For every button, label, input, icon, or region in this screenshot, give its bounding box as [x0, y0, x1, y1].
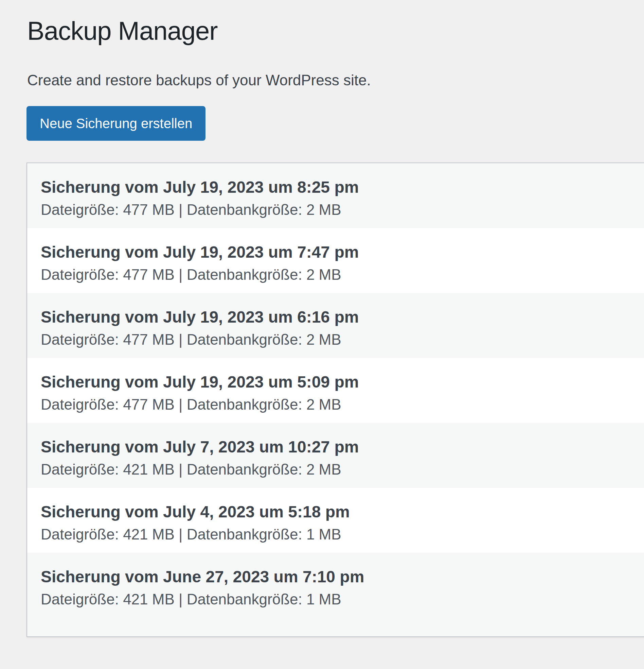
backup-title: Sicherung vom July 19, 2023 um 8:25 pm	[41, 177, 633, 198]
backup-meta: Dateigröße: 477 MB | Datenbankgröße: 2 M…	[41, 395, 633, 414]
file-size-label: Dateigröße:	[41, 526, 119, 543]
backup-list-item[interactable]: Sicherung vom July 19, 2023 um 8:25 pm D…	[27, 163, 644, 228]
backup-list-item[interactable]: Sicherung vom July 4, 2023 um 5:18 pm Da…	[27, 488, 644, 553]
backup-list-panel: Sicherung vom July 19, 2023 um 8:25 pm D…	[27, 162, 644, 637]
meta-separator: |	[179, 201, 182, 218]
backup-meta: Dateigröße: 477 MB | Datenbankgröße: 2 M…	[41, 200, 633, 219]
backup-list: Sicherung vom July 19, 2023 um 8:25 pm D…	[27, 163, 644, 636]
page-subtitle: Create and restore backups of your WordP…	[27, 70, 644, 91]
file-size-label: Dateigröße:	[41, 266, 119, 283]
database-size-label: Datenbankgröße:	[187, 266, 302, 283]
meta-separator: |	[179, 396, 182, 413]
database-size-value: 2 MB	[306, 201, 341, 218]
file-size-label: Dateigröße:	[41, 396, 119, 413]
file-size-value: 421 MB	[123, 526, 179, 543]
backup-meta: Dateigröße: 421 MB | Datenbankgröße: 2 M…	[41, 460, 633, 479]
database-size-value: 2 MB	[306, 266, 341, 283]
page-title: Backup Manager	[27, 14, 644, 48]
file-size-label: Dateigröße:	[41, 331, 119, 348]
file-size-value: 477 MB	[123, 396, 179, 413]
file-size-label: Dateigröße:	[41, 461, 119, 478]
file-size-value: 421 MB	[123, 591, 179, 608]
database-size-value: 2 MB	[306, 396, 341, 413]
backup-title: Sicherung vom June 27, 2023 um 7:10 pm	[41, 567, 633, 587]
backup-list-item[interactable]: Sicherung vom July 19, 2023 um 7:47 pm D…	[27, 228, 644, 293]
file-size-label: Dateigröße:	[41, 201, 119, 218]
backup-meta: Dateigröße: 421 MB | Datenbankgröße: 1 M…	[41, 590, 633, 609]
backup-list-item[interactable]: Sicherung vom July 19, 2023 um 6:16 pm D…	[27, 293, 644, 358]
database-size-label: Datenbankgröße:	[187, 331, 302, 348]
backup-title: Sicherung vom July 19, 2023 um 6:16 pm	[41, 307, 633, 327]
database-size-value: 2 MB	[306, 461, 341, 478]
meta-separator: |	[179, 331, 182, 348]
database-size-value: 1 MB	[306, 591, 341, 608]
meta-separator: |	[179, 591, 182, 608]
file-size-label: Dateigröße:	[41, 591, 119, 608]
backup-title: Sicherung vom July 7, 2023 um 10:27 pm	[41, 437, 633, 457]
backup-manager-page: Backup Manager Create and restore backup…	[0, 14, 644, 669]
backup-title: Sicherung vom July 19, 2023 um 5:09 pm	[41, 372, 633, 392]
backup-meta: Dateigröße: 421 MB | Datenbankgröße: 1 M…	[41, 525, 633, 543]
file-size-value: 477 MB	[123, 266, 179, 283]
backup-list-item[interactable]: Sicherung vom July 19, 2023 um 5:09 pm D…	[27, 358, 644, 423]
file-size-value: 421 MB	[123, 461, 179, 478]
database-size-label: Datenbankgröße:	[187, 461, 302, 478]
meta-separator: |	[179, 266, 182, 283]
backup-title: Sicherung vom July 4, 2023 um 5:18 pm	[41, 502, 633, 522]
database-size-label: Datenbankgröße:	[187, 201, 302, 218]
backup-meta: Dateigröße: 477 MB | Datenbankgröße: 2 M…	[41, 265, 633, 284]
database-size-value: 2 MB	[306, 331, 341, 348]
create-backup-button[interactable]: Neue Sicherung erstellen	[27, 106, 205, 141]
database-size-label: Datenbankgröße:	[187, 526, 302, 543]
backup-meta: Dateigröße: 477 MB | Datenbankgröße: 2 M…	[41, 330, 633, 349]
backup-list-item[interactable]: Sicherung vom July 7, 2023 um 10:27 pm D…	[27, 423, 644, 488]
file-size-value: 477 MB	[123, 201, 179, 218]
backup-list-item[interactable]: Sicherung vom June 27, 2023 um 7:10 pm D…	[27, 553, 644, 636]
meta-separator: |	[179, 526, 182, 543]
database-size-value: 1 MB	[306, 526, 341, 543]
database-size-label: Datenbankgröße:	[187, 591, 302, 608]
database-size-label: Datenbankgröße:	[187, 396, 302, 413]
backup-title: Sicherung vom July 19, 2023 um 7:47 pm	[41, 242, 633, 262]
meta-separator: |	[179, 461, 182, 478]
file-size-value: 477 MB	[123, 331, 179, 348]
